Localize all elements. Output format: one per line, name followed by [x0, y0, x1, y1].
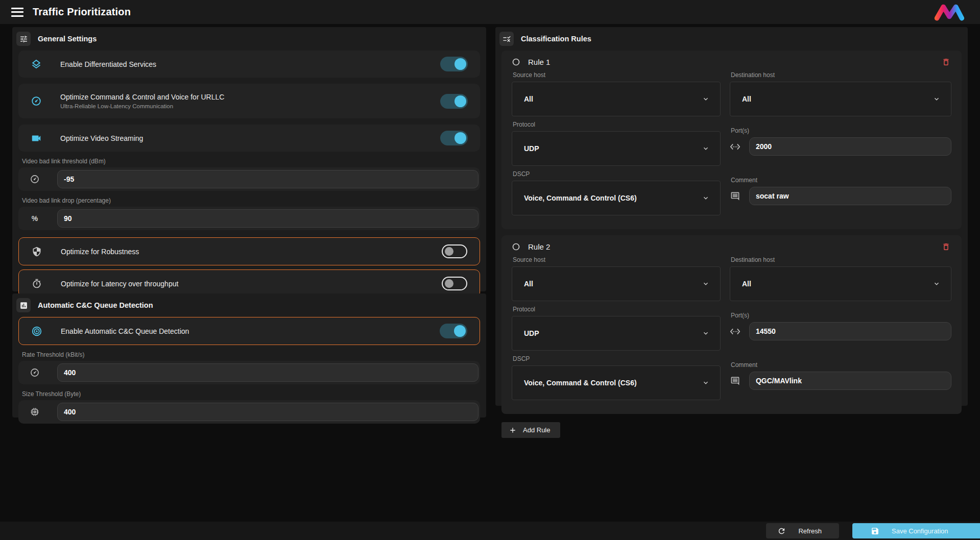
- page-title: Traffic Prioritization: [33, 6, 131, 18]
- save-icon: [871, 527, 879, 535]
- source-host-select[interactable]: All: [512, 82, 721, 116]
- delete-rule-button[interactable]: [941, 57, 951, 67]
- diffserv-toggle[interactable]: [440, 57, 468, 71]
- field-label: Size Threshold (Byte): [22, 390, 480, 398]
- destination-host-select[interactable]: All: [730, 82, 951, 116]
- ports-input[interactable]: [749, 322, 951, 340]
- chip-icon: [30, 407, 40, 417]
- comment-input[interactable]: [749, 187, 951, 205]
- setting-row-urllc: Optimize Command & Control and Voice for…: [18, 84, 480, 118]
- timer-icon: [31, 278, 42, 289]
- comment-input[interactable]: [749, 372, 951, 390]
- rate-threshold-input[interactable]: [57, 363, 479, 382]
- video-threshold-input[interactable]: [57, 170, 479, 188]
- comment-icon: [730, 190, 741, 202]
- source-host-select[interactable]: All: [512, 266, 721, 301]
- brand-logo-icon: [931, 3, 968, 21]
- rate-threshold-field: [18, 361, 480, 384]
- save-configuration-button[interactable]: Save Configuration: [852, 523, 980, 538]
- video-streaming-toggle[interactable]: [440, 131, 468, 145]
- section-title: Classification Rules: [521, 35, 591, 43]
- ports-icon: [730, 141, 741, 152]
- protocol-select[interactable]: UDP: [512, 131, 721, 166]
- protocol-select[interactable]: UDP: [512, 316, 721, 351]
- robustness-toggle[interactable]: [442, 244, 467, 258]
- videocam-icon: [31, 133, 42, 144]
- field-label: Video bad link threshold (dBm): [22, 158, 480, 165]
- setting-row-robustness: Optimize for Robustness: [18, 237, 480, 265]
- bar-chart-icon: [16, 298, 31, 312]
- percent-icon: %: [30, 213, 40, 224]
- layers-icon: [31, 59, 42, 70]
- queue-detection-panel: Automatic C&C Queue Detection Enable Aut…: [12, 293, 486, 418]
- chevron-down-icon: [933, 95, 941, 103]
- dscp-select[interactable]: Voice, Command & Control (CS6): [512, 365, 721, 400]
- rule-card-2: Rule 2 Source host All Protocol UDP: [501, 235, 962, 414]
- circle-icon: [512, 58, 520, 66]
- menu-icon[interactable]: [10, 7, 25, 18]
- app-header: Traffic Prioritization: [0, 0, 980, 24]
- video-threshold-field: [18, 167, 480, 191]
- rule-icon: [499, 32, 514, 46]
- footer-bar: Refresh Save Configuration: [0, 522, 980, 540]
- tune-icon: [16, 32, 31, 46]
- field-label: Rate Threshold (kBit/s): [22, 351, 480, 358]
- chevron-down-icon: [702, 379, 710, 387]
- chevron-down-icon: [933, 280, 941, 288]
- field-label: Video bad link drop (percentage): [22, 197, 480, 204]
- setting-row-queue-detection: Enable Automatic C&C Queue Detection: [18, 317, 480, 345]
- setting-row-video: Optimize Video Streaming: [18, 125, 480, 152]
- chevron-down-icon: [702, 280, 710, 288]
- gauge-icon: [30, 174, 40, 184]
- size-threshold-input[interactable]: [57, 403, 479, 421]
- urllc-toggle[interactable]: [440, 94, 468, 109]
- chevron-down-icon: [702, 329, 710, 337]
- gauge-icon: [31, 95, 42, 107]
- rule-title: Rule 1: [528, 58, 550, 66]
- section-title: General Settings: [38, 35, 97, 43]
- latency-toggle[interactable]: [442, 277, 467, 290]
- setting-row-diffserv: Enable Differentiated Services: [18, 51, 480, 78]
- add-rule-button[interactable]: Add Rule: [501, 422, 560, 438]
- size-threshold-field: [18, 400, 480, 424]
- target-icon: [31, 326, 42, 337]
- refresh-button[interactable]: Refresh: [766, 523, 839, 538]
- comment-icon: [730, 375, 741, 386]
- gauge-icon: [30, 367, 40, 378]
- chevron-down-icon: [702, 194, 710, 202]
- chevron-down-icon: [702, 144, 710, 153]
- section-title: Automatic C&C Queue Detection: [38, 301, 153, 309]
- video-drop-field: %: [18, 207, 480, 230]
- destination-host-select[interactable]: All: [730, 266, 951, 301]
- rule-title: Rule 2: [528, 242, 550, 251]
- dscp-select[interactable]: Voice, Command & Control (CS6): [512, 181, 721, 215]
- circle-icon: [512, 242, 520, 251]
- shield-icon: [31, 246, 42, 257]
- ports-input[interactable]: [749, 137, 951, 156]
- refresh-icon: [777, 527, 786, 535]
- plus-icon: [509, 426, 517, 434]
- ports-icon: [730, 326, 741, 337]
- video-drop-input[interactable]: [57, 209, 479, 228]
- delete-rule-button[interactable]: [941, 241, 951, 252]
- chevron-down-icon: [702, 95, 710, 103]
- rule-card-1: Rule 1 Source host All Protocol UDP: [501, 51, 962, 229]
- queue-detection-toggle[interactable]: [440, 324, 467, 338]
- general-settings-panel: General Settings Enable Differentiated S…: [12, 27, 486, 291]
- classification-rules-panel: Classification Rules Rule 1 Source host …: [495, 27, 968, 406]
